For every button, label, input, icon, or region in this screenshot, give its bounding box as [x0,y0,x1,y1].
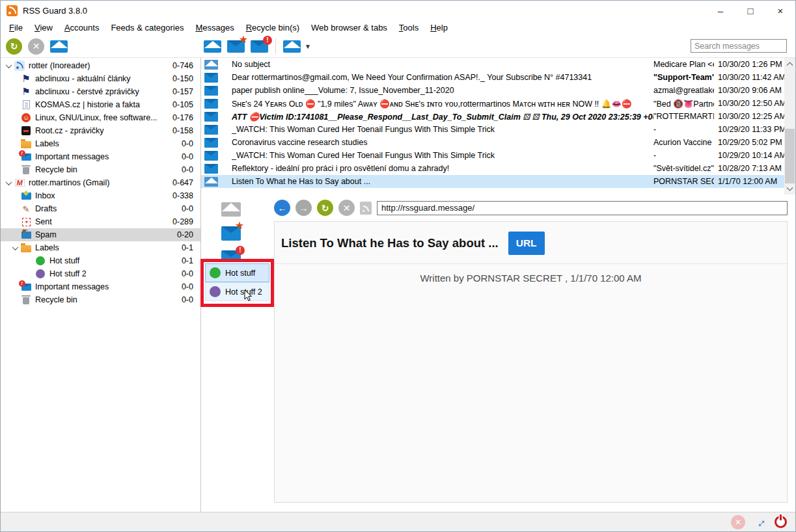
message-subject: Listen To What he Has to Say about ... [232,177,653,186]
feed-label: Labels [35,243,59,252]
message-date: 10/29/20 10:14 AM [714,151,784,160]
scroll-down-icon[interactable] [784,184,795,194]
sidebar-item-labels[interactable]: Labels0-0 [1,137,200,150]
message-row[interactable]: No subjectMedicare Plan <e...10/30/20 1:… [201,58,784,71]
reload-icon[interactable]: ↻ [317,200,333,216]
sidebar-item-linux-gnu-linux-free-software[interactable]: Linux, GNU/Linux, free software...0-176 [1,111,200,124]
message-row[interactable]: Sʜᴇ's 24 Yᴇᴀʀs Oʟᴅ ⛔ "1,9 miles" Aᴡᴀʏ ⛔ᴀ… [201,97,784,110]
envelope-closed-icon [204,112,218,122]
menu-help[interactable]: Help [424,21,454,34]
menu-messages[interactable]: Messages [189,21,240,34]
mark-feed-read-icon[interactable] [50,40,68,53]
search-input[interactable] [691,39,787,53]
message-sender: - [653,151,714,160]
menu-tools[interactable]: Tools [393,21,424,34]
envelope-open-icon [204,60,218,70]
mark-message-read-icon[interactable] [204,40,221,53]
circle-green-icon [34,256,46,266]
message-row[interactable]: paper publish online___Volume: 7, Issue_… [201,84,784,97]
url-input[interactable] [377,201,788,215]
sidebar-item-sent[interactable]: Sent0-289 [1,215,200,228]
envelope-closed-icon [204,138,218,148]
label-button-hot-stuff-2[interactable]: Hot stuff 2 [205,282,269,301]
back-icon[interactable]: ← [274,200,290,216]
message-row[interactable]: Reflektory - ideální pro práci i pro osv… [201,162,784,175]
folder-icon [20,243,32,253]
menu-accounts[interactable]: Accounts [59,21,105,34]
unread-total-count: 0-0 [182,269,200,278]
expander-chevron-icon[interactable] [3,181,14,185]
message-row[interactable]: Dear rottermartinos@gmail.com, We Need Y… [201,71,784,84]
fullscreen-icon[interactable]: ↔ [751,513,769,531]
sidebar-item-recycle-bin[interactable]: Recycle bin0-0 [1,293,200,306]
sidebar-item-spam[interactable]: Spam0-20 [1,228,200,241]
sidebar-item-rotter-inoreader[interactable]: rotter (Inoreader)0-746 [1,59,200,72]
stop-feeds-icon[interactable]: ✕ [28,38,44,55]
chevron-down-icon[interactable]: ▼ [305,43,311,50]
message-row[interactable]: _WATCH: This Woman Cured Her Toenail Fun… [201,123,784,136]
label-button-hot-stuff[interactable]: Hot stuff [205,263,269,282]
scrollbar-thumb[interactable] [785,129,795,183]
sidebar-item-recycle-bin[interactable]: Recycle bin0-0 [1,163,200,176]
sidebar-item-hot-stuff[interactable]: Hot stuff0-1 [1,254,200,267]
message-row[interactable]: Listen To What he Has to Say about ...PO… [201,175,784,188]
toggle-read-icon[interactable] [221,202,241,217]
feed-label: Hot stuff 2 [49,269,87,278]
unread-total-count: 0-0 [182,295,200,304]
sidebar-item-labels[interactable]: Labels0-1 [1,241,200,254]
titlebar: RSS Guard 3.8.0 – □ × [1,1,795,20]
sidebar-item-rotter-martinos-gmail[interactable]: rotter.martinos (Gmail)0-647 [1,176,200,189]
message-sender: "Svět-svítidel.cz" ... [653,164,714,173]
menu-recycle-bin-s[interactable]: Recycle bin(s) [240,21,305,34]
sidebar-item-hot-stuff-2[interactable]: Hot stuff 20-0 [1,267,200,280]
sidebar-item-abclinuxu-erstv-zpr-vi-ky[interactable]: ⚑abclinuxu - čerstvé zprávičky0-157 [1,85,200,98]
forward-icon[interactable]: → [295,200,312,216]
message-sender: "ROTTERMARTIN... [653,112,714,121]
quit-icon[interactable] [775,516,787,528]
refresh-feeds-icon[interactable]: ↻ [6,38,22,55]
message-sender: - [653,125,714,134]
sidebar-item-important-messages[interactable]: Important messages0-0 [1,280,200,293]
unread-total-count: 0-0 [182,165,200,174]
toggle-important-icon[interactable] [221,226,241,241]
message-row[interactable]: Coronavirus vaccine research studiesAcur… [201,136,784,149]
abclinuxu-icon: ⚑ [20,86,32,97]
inoreader-icon [14,60,25,71]
menu-feeds-categories[interactable]: Feeds & categories [105,21,189,34]
sidebar-item-abclinuxu-aktu-ln-l-nky[interactable]: ⚑abclinuxu - aktuální články0-150 [1,72,200,85]
menu-view[interactable]: View [29,21,59,34]
minimize-button[interactable]: – [706,1,735,20]
message-date: 10/30/20 11:42 AM [714,73,784,82]
mark-important-icon[interactable] [227,40,245,53]
feed-label: rotter.martinos (Gmail) [29,178,109,187]
message-row[interactable]: _WATCH: This Woman Cured Her Toenail Fun… [201,149,784,162]
unread-total-count: 0-746 [172,61,200,70]
sidebar-item-drafts[interactable]: ✎Drafts0-0 [1,202,200,215]
message-subject: Coronavirus vaccine research studies [232,138,653,147]
message-row[interactable]: ATT ⛔Victim ID:1741081__Please_Respond__… [201,110,784,123]
maximize-button[interactable]: □ [735,1,765,20]
menu-web-browser-tabs[interactable]: Web browser & tabs [305,21,393,34]
unread-total-count: 0-338 [172,191,200,200]
menu-file[interactable]: File [3,21,29,34]
close-button[interactable]: × [765,1,795,20]
feeds-toolbar: ↻ ✕ [1,38,201,55]
sidebar-item-root-cz-zpr-vi-ky[interactable]: Root.cz - zprávičky0-158 [1,124,200,137]
mark-unread-icon[interactable] [251,40,268,53]
expander-chevron-icon[interactable] [10,246,20,250]
sidebar-item-important-messages[interactable]: Important messages0-0 [1,150,200,163]
message-list: No subjectMedicare Plan <e...10/30/20 1:… [201,58,795,194]
sidebar-item-inbox[interactable]: Inbox0-338 [1,189,200,202]
message-title-row: Listen To What he Has to Say about ... U… [275,222,787,263]
message-list-scrollbar[interactable] [784,58,795,194]
open-url-button[interactable]: URL [508,232,545,255]
expander-chevron-icon[interactable] [3,64,14,68]
message-content: Listen To What he Has to Say about ... U… [274,221,788,503]
sidebar-item-kosmas-cz-historie-a-fakta[interactable]: KOSMAS.cz | historie a fakta0-105 [1,98,200,111]
scroll-up-icon[interactable] [784,58,795,68]
message-actions-icon[interactable] [283,40,301,53]
message-sender: PORNSTAR SECR... [653,177,714,186]
message-date: 10/30/20 12:25 AM [714,112,784,121]
stop-loading-icon[interactable]: ✕ [338,200,355,216]
message-date: 10/30/20 12:50 AM [714,99,784,108]
